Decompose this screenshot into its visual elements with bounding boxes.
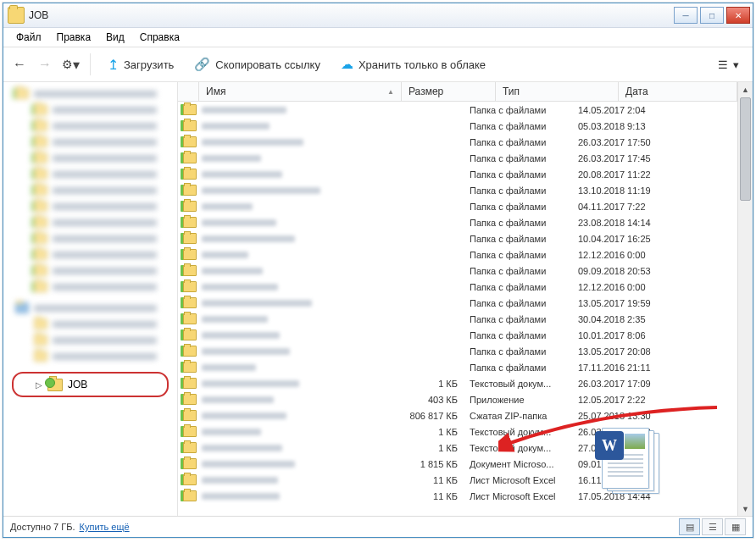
settings-button[interactable]: ⚙▾ bbox=[61, 55, 80, 74]
copy-link-label: Скопировать ссылку bbox=[215, 58, 320, 71]
file-icon bbox=[183, 410, 197, 421]
upload-icon: ↥ bbox=[108, 57, 119, 73]
file-row[interactable]: Папка с файлами14.05.2017 2:04 bbox=[178, 102, 737, 118]
view-list-button[interactable]: ☰ bbox=[702, 518, 723, 535]
view-options-button[interactable]: ☰ ▾ bbox=[711, 53, 746, 76]
close-button[interactable]: ✕ bbox=[726, 7, 750, 24]
view-mode-switch: ▤ ☰ ▦ bbox=[679, 518, 746, 535]
file-row[interactable]: Папка с файлами10.01.2017 8:06 bbox=[178, 327, 737, 343]
file-date: 05.03.2018 9:13 bbox=[578, 121, 737, 131]
tree-item-job[interactable]: ▷ JOB bbox=[12, 372, 169, 397]
file-row[interactable]: Папка с файлами26.03.2017 17:50 bbox=[178, 134, 737, 150]
menu-file[interactable]: Файл bbox=[8, 30, 49, 45]
file-icon bbox=[183, 233, 197, 244]
file-icon bbox=[183, 169, 197, 180]
file-row[interactable]: Папка с файлами30.04.2018 2:35 bbox=[178, 311, 737, 327]
file-date: 09.09.2018 20:53 bbox=[578, 266, 737, 276]
synced-folder-icon bbox=[47, 379, 63, 391]
file-size: 806 817 КБ bbox=[378, 411, 470, 421]
file-row[interactable]: Папка с файлами04.11.2017 7:22 bbox=[178, 198, 737, 214]
nav-forward-button[interactable]: → bbox=[36, 55, 54, 74]
file-row[interactable]: Папка с файлами17.11.2016 21:11 bbox=[178, 359, 737, 375]
scroll-up-button[interactable]: ▲ bbox=[738, 82, 753, 97]
file-date: 10.04.2017 16:25 bbox=[578, 234, 737, 244]
scrollbar-thumb[interactable] bbox=[740, 97, 751, 201]
view-icons-button[interactable]: ▦ bbox=[725, 518, 746, 535]
menubar: Файл Правка Вид Справка bbox=[3, 28, 753, 47]
menu-edit[interactable]: Правка bbox=[49, 30, 99, 45]
file-icon bbox=[183, 313, 197, 324]
file-icon bbox=[183, 281, 197, 292]
header-date[interactable]: Дата bbox=[619, 82, 737, 101]
vertical-scrollbar[interactable]: ▲ ▼ bbox=[737, 82, 753, 516]
file-row[interactable]: Папка с файлами23.08.2018 14:14 bbox=[178, 214, 737, 230]
file-type: Лист Microsoft Excel bbox=[470, 491, 578, 501]
menu-help[interactable]: Справка bbox=[132, 30, 187, 45]
file-date: 12.12.2016 0:00 bbox=[578, 282, 737, 292]
cloud-only-button[interactable]: ☁Хранить только в облаке bbox=[334, 52, 492, 77]
list-icon: ☰ bbox=[718, 58, 728, 71]
gear-icon: ⚙ bbox=[62, 58, 73, 71]
file-date: 26.03.2017 17:50 bbox=[578, 137, 737, 147]
file-type: Приложение bbox=[470, 395, 578, 405]
file-date: 04.11.2017 7:22 bbox=[578, 202, 737, 212]
file-row[interactable]: Папка с файлами13.05.2017 20:08 bbox=[178, 343, 737, 359]
maximize-button[interactable]: □ bbox=[700, 7, 724, 24]
annotation-arrow bbox=[498, 404, 719, 463]
file-date: 26.03.2017 17:09 bbox=[578, 379, 737, 389]
copy-link-button[interactable]: 🔗Скопировать ссылку bbox=[187, 52, 327, 77]
toolbar: ← → ⚙▾ ↥Загрузить 🔗Скопировать ссылку ☁Х… bbox=[3, 47, 753, 82]
file-type: Папка с файлами bbox=[470, 153, 578, 163]
file-row[interactable]: Папка с файлами05.03.2018 9:13 bbox=[178, 118, 737, 134]
file-type: Лист Microsoft Excel bbox=[470, 475, 578, 485]
file-size: 403 КБ bbox=[378, 395, 470, 405]
file-icon bbox=[183, 394, 197, 405]
file-icon bbox=[183, 265, 197, 276]
file-type: Папка с файлами bbox=[470, 346, 578, 357]
header-size[interactable]: Размер bbox=[402, 82, 496, 101]
file-type: Папка с файлами bbox=[470, 105, 578, 115]
file-row[interactable]: Папка с файлами09.09.2018 20:53 bbox=[178, 263, 737, 279]
file-icon bbox=[183, 490, 197, 501]
file-row[interactable]: Папка с файлами12.12.2016 0:00 bbox=[178, 246, 737, 263]
upload-button[interactable]: ↥Загрузить bbox=[101, 52, 181, 78]
file-row[interactable]: 1 КБТекстовый докум...26.03.2017 17:09 bbox=[178, 375, 737, 391]
file-icon bbox=[183, 458, 197, 469]
separator bbox=[90, 53, 91, 75]
nav-back-button[interactable]: ← bbox=[10, 55, 29, 74]
file-date: 14.05.2017 2:04 bbox=[578, 105, 737, 115]
file-date: 13.05.2017 19:59 bbox=[578, 298, 737, 308]
view-details-button[interactable]: ▤ bbox=[679, 518, 700, 535]
file-type: Папка с файлами bbox=[470, 169, 578, 180]
file-date: 12.05.2017 2:22 bbox=[578, 395, 737, 405]
titlebar[interactable]: JOB ─ □ ✕ bbox=[3, 3, 753, 28]
header-name[interactable]: Имя▲ bbox=[199, 82, 402, 101]
file-icon bbox=[183, 152, 197, 163]
expand-arrow-icon: ▷ bbox=[36, 380, 42, 390]
file-date: 12.12.2016 0:00 bbox=[578, 250, 737, 260]
scroll-down-button[interactable]: ▼ bbox=[738, 501, 753, 516]
menu-view[interactable]: Вид bbox=[98, 30, 132, 45]
header-type[interactable]: Тип bbox=[496, 82, 619, 101]
file-icon bbox=[183, 201, 197, 212]
file-type: Папка с файлами bbox=[470, 314, 578, 324]
file-list[interactable]: Имя▲ Размер Тип Дата Папка с файлами14.0… bbox=[178, 82, 737, 516]
file-row[interactable]: Папка с файлами13.05.2017 19:59 bbox=[178, 295, 737, 311]
file-row[interactable]: Папка с файлами10.04.2017 16:25 bbox=[178, 230, 737, 246]
minimize-button[interactable]: ─ bbox=[674, 7, 698, 24]
file-date: 30.04.2018 2:35 bbox=[578, 314, 737, 324]
sidebar: ▷ JOB bbox=[3, 82, 178, 516]
file-row[interactable]: Папка с файлами26.03.2017 17:45 bbox=[178, 150, 737, 166]
file-size: 11 КБ bbox=[378, 491, 470, 501]
file-icon bbox=[183, 426, 197, 437]
file-size: 1 КБ bbox=[378, 427, 470, 437]
statusbar: Доступно 7 ГБ. Купить ещё ▤ ☰ ▦ bbox=[3, 516, 753, 537]
file-row[interactable]: Папка с файлами20.08.2017 11:22 bbox=[178, 166, 737, 182]
window-title: JOB bbox=[29, 9, 48, 21]
file-row[interactable]: Папка с файлами13.10.2018 11:19 bbox=[178, 182, 737, 198]
buy-more-link[interactable]: Купить ещё bbox=[80, 522, 130, 532]
file-icon bbox=[183, 378, 197, 389]
file-type: Папка с файлами bbox=[470, 330, 578, 340]
tree-item-label: JOB bbox=[68, 379, 87, 390]
file-row[interactable]: Папка с файлами12.12.2016 0:00 bbox=[178, 279, 737, 295]
